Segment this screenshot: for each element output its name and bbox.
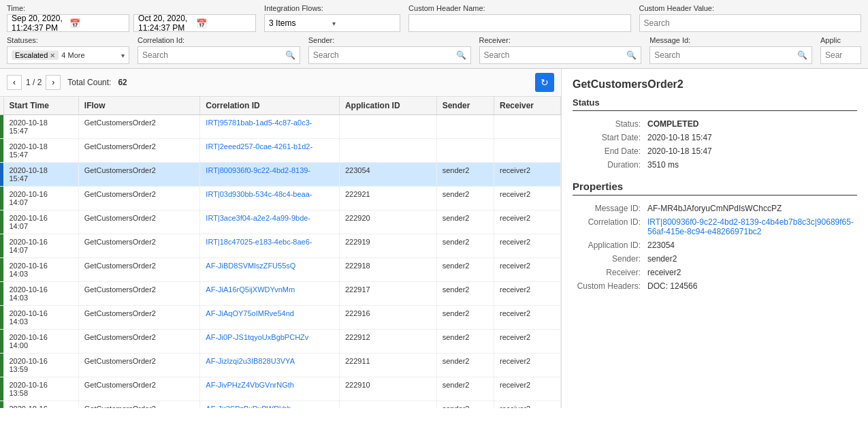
correlation-id-cell: AF-JizIzqi2u3IB828U3VYA [200, 354, 340, 377]
app-id-cell: 222911 [339, 354, 436, 377]
sender-cell: sender2 [436, 258, 494, 282]
iflow-cell: GetCustomersOrder2 [78, 187, 200, 210]
table-row[interactable]: 2020-10-1614:07 GetCustomersOrder2 IRT|1… [0, 234, 561, 258]
sender-cell [436, 115, 494, 139]
custom-header-name-label: Custom Header Name: [408, 4, 630, 12]
custom-header-name-field[interactable] [413, 18, 626, 28]
start-time-cell: 2020-10-1613:57 [3, 401, 78, 409]
start-date-input[interactable]: Sep 20, 2020, 11:24:37 PM 📅 [7, 14, 129, 32]
iflow-cell: GetCustomersOrder2 [78, 330, 200, 354]
next-page-button[interactable]: › [46, 75, 61, 90]
custom-header-name-input[interactable] [408, 14, 630, 32]
message-id-input[interactable]: 🔍 [649, 46, 812, 64]
table-row[interactable]: 2020-10-1614:03 GetCustomersOrder2 AF-Ji… [0, 282, 561, 306]
correlation-id-group: Correlation Id: 🔍 [138, 36, 300, 64]
iflow-cell: GetCustomersOrder2 [78, 234, 200, 258]
statuses-select[interactable]: Escalated ✕ 4 More ▾ [7, 46, 129, 64]
table-row[interactable]: 2020-10-1815:47 GetCustomersOrder2 IRT|9… [0, 115, 561, 139]
correlation-id-label: Correlation Id: [138, 36, 300, 44]
app-id-cell: 223054 [339, 163, 436, 187]
app-id-cell [339, 139, 436, 163]
sender-cell: sender2 [436, 306, 494, 330]
app-id-cell [339, 115, 436, 139]
table-row[interactable]: 2020-10-1613:59 GetCustomersOrder2 AF-Ji… [0, 354, 561, 377]
app-id-cell: 222921 [339, 187, 436, 210]
correlation-id-field[interactable] [142, 50, 285, 60]
message-id-field[interactable] [654, 50, 797, 60]
custom-headers-key: Custom Headers: [573, 281, 641, 291]
statuses-label: Statuses: [7, 36, 129, 44]
app-id-cell: 222910 [339, 377, 436, 401]
receiver-cell: receiver2 [494, 258, 560, 282]
total-count-label: Total Count: [67, 78, 111, 87]
sender-input[interactable]: 🔍 [308, 46, 471, 64]
iflow-cell: GetCustomersOrder2 [78, 139, 200, 163]
search-icon-2: 🔍 [456, 50, 466, 60]
start-date-value: Sep 20, 2020, 11:24:37 PM [12, 14, 67, 33]
custom-header-value-input[interactable] [639, 14, 861, 32]
status-key: Status: [573, 119, 641, 129]
chip-label: Escalated [15, 51, 48, 59]
integration-flows-select[interactable]: 3 Items ▾ [264, 14, 400, 32]
table-wrapper[interactable]: Start Time IFlow Correlation ID Applicat… [0, 97, 561, 408]
end-date-row: End Date: 2020-10-18 15:47 [573, 146, 857, 156]
chip-close-icon[interactable]: ✕ [50, 52, 55, 59]
correlation-id-input[interactable]: 🔍 [138, 46, 300, 64]
applic-field[interactable] [825, 50, 856, 60]
applic-group: Applic [820, 36, 861, 64]
app-id-cell: 222916 [339, 306, 436, 330]
chevron-down-icon: ▾ [332, 20, 396, 27]
iflow-cell: GetCustomersOrder2 [78, 354, 200, 377]
iflow-cell: GetCustomersOrder2 [78, 377, 200, 401]
iflow-cell: GetCustomersOrder2 [78, 306, 200, 330]
table-row[interactable]: 2020-10-1614:07 GetCustomersOrder2 IRT|3… [0, 210, 561, 234]
correlation-id-cell: AF-JivPHzZ4VbGVnrNGth [200, 377, 340, 401]
sender-cell: sender2 [436, 401, 494, 409]
correlation-id-cell: IRT|3ace3f04-a2e2-4a99-9bde- [200, 210, 340, 234]
receiver-field[interactable] [484, 50, 627, 60]
end-date-input[interactable]: Oct 20, 2020, 11:24:37 PM 📅 [133, 14, 256, 32]
table-row[interactable]: 2020-10-1815:47 GetCustomersOrder2 IRT|8… [0, 163, 561, 187]
application-id-row: Application ID: 223054 [573, 240, 857, 250]
search-icon-4: 🔍 [797, 50, 807, 60]
custom-header-value-group: Custom Header Value: [639, 4, 861, 32]
table-row[interactable]: 2020-10-1613:57 GetCustomersOrder2 AF-Ji… [0, 401, 561, 409]
applic-input[interactable] [820, 46, 861, 64]
table-section: ‹ 1 / 2 › Total Count: 62 ↻ Start Time I… [0, 69, 562, 408]
col-correlation-id: Correlation ID [200, 97, 340, 115]
receiver-cell: receiver2 [494, 354, 560, 377]
table-row[interactable]: 2020-10-1614:00 GetCustomersOrder2 AF-Ji… [0, 330, 561, 354]
escalated-chip[interactable]: Escalated ✕ [12, 50, 59, 60]
correlation-id-cell: IRT|03d930bb-534c-48c4-beaa- [200, 187, 340, 210]
receiver-cell: receiver2 [494, 377, 560, 401]
correlation-id-cell: AF-JiAqOY75oIMRve54nd [200, 306, 340, 330]
sender-label: Sender: [308, 36, 471, 44]
receiver-detail-key: Receiver: [573, 268, 641, 277]
search-icon-3: 🔍 [626, 50, 637, 60]
properties-section-label: Properties [573, 181, 857, 192]
receiver-input[interactable]: 🔍 [479, 46, 642, 64]
status-row: Status: COMPLETED [573, 119, 857, 129]
receiver-cell: receiver2 [494, 282, 560, 306]
end-date-key: End Date: [573, 146, 641, 156]
sender-field[interactable] [313, 50, 456, 60]
start-date-value: 2020-10-18 15:47 [647, 133, 857, 142]
receiver-detail-value: receiver2 [647, 268, 857, 277]
table-row[interactable]: 2020-10-1614:07 GetCustomersOrder2 IRT|0… [0, 187, 561, 210]
table-row[interactable]: 2020-10-1613:58 GetCustomersOrder2 AF-Ji… [0, 377, 561, 401]
integration-flows-group: Integration Flows: 3 Items ▾ [264, 4, 400, 32]
prev-page-button[interactable]: ‹ [7, 75, 22, 90]
table-row[interactable]: 2020-10-1614:03 GetCustomersOrder2 AF-Ji… [0, 258, 561, 282]
sender-detail-key: Sender: [573, 254, 641, 264]
correlation-id-cell: AF-JiBD8SVMlszZFU55sQ [200, 258, 340, 282]
sender-cell: sender2 [436, 210, 494, 234]
filter-row-2: Statuses: Escalated ✕ 4 More ▾ Correlati… [7, 36, 861, 68]
table-row[interactable]: 2020-10-1614:03 GetCustomersOrder2 AF-Ji… [0, 306, 561, 330]
iflow-cell: GetCustomersOrder2 [78, 401, 200, 409]
table-row[interactable]: 2020-10-1815:47 GetCustomersOrder2 IRT|2… [0, 139, 561, 163]
refresh-button[interactable]: ↻ [535, 73, 554, 92]
correlation-id-cell: AF-Jir2SPzBxDxPWRkhb [200, 401, 340, 409]
custom-header-value-field[interactable] [644, 18, 856, 28]
receiver-cell: receiver2 [494, 401, 560, 409]
custom-header-name-group: Custom Header Name: [408, 4, 630, 32]
